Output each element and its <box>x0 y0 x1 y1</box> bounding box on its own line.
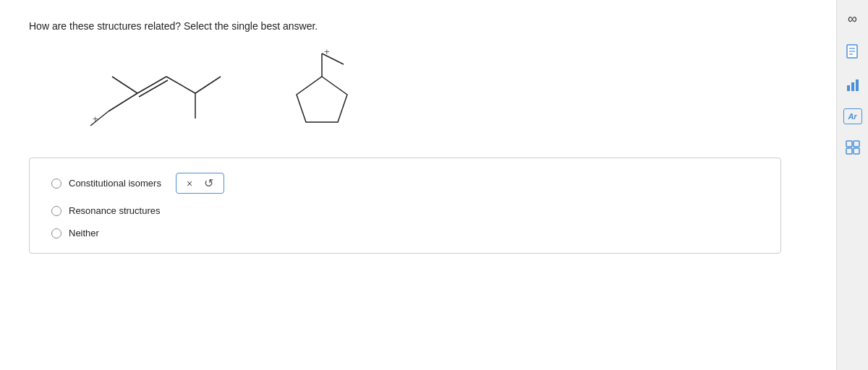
infinity-icon[interactable]: ∞ <box>843 9 863 29</box>
main-content: How are these structures related? Select… <box>0 0 836 370</box>
radio-constitutional[interactable] <box>51 178 61 189</box>
svg-rect-17 <box>847 85 850 91</box>
svg-line-7 <box>195 77 221 93</box>
grid-icon[interactable] <box>843 137 863 158</box>
question-text: How are these structures related? Select… <box>29 20 807 32</box>
undo-icon[interactable]: ↺ <box>204 176 213 190</box>
right-sidebar: ∞ Ar <box>836 0 868 370</box>
radio-neither[interactable] <box>51 228 61 238</box>
document-icon[interactable] <box>843 42 863 62</box>
svg-text:+: + <box>324 46 330 57</box>
svg-rect-18 <box>851 82 854 91</box>
svg-line-3 <box>137 77 166 93</box>
label-resonance: Resonance structures <box>69 205 160 216</box>
clear-icon[interactable]: × <box>187 178 192 189</box>
answer-option-constitutional[interactable]: Constitutional isomers × ↺ <box>51 173 759 194</box>
svg-rect-20 <box>846 141 852 147</box>
answer-option-neither[interactable]: Neither <box>51 228 759 238</box>
answer-input-box[interactable]: × ↺ <box>176 173 224 194</box>
svg-text:+: + <box>93 113 98 124</box>
molecule-2: + <box>275 46 369 140</box>
answer-option-resonance[interactable]: Resonance structures <box>51 205 759 216</box>
svg-marker-9 <box>297 77 347 122</box>
svg-rect-23 <box>854 148 859 154</box>
answers-box: Constitutional isomers × ↺ Resonance str… <box>29 158 781 254</box>
chart-icon[interactable] <box>843 75 863 95</box>
molecule-1: + <box>72 46 231 140</box>
ar-icon[interactable]: Ar <box>843 108 862 124</box>
svg-line-5 <box>166 77 195 93</box>
label-neither: Neither <box>69 228 99 238</box>
label-constitutional: Constitutional isomers <box>69 178 161 189</box>
svg-line-4 <box>139 80 168 97</box>
svg-rect-21 <box>854 141 859 147</box>
svg-rect-22 <box>846 148 852 154</box>
svg-line-0 <box>109 93 137 111</box>
svg-line-1 <box>112 77 137 93</box>
svg-rect-19 <box>856 79 859 91</box>
radio-resonance[interactable] <box>51 206 61 216</box>
structures-area: + + <box>72 46 807 140</box>
